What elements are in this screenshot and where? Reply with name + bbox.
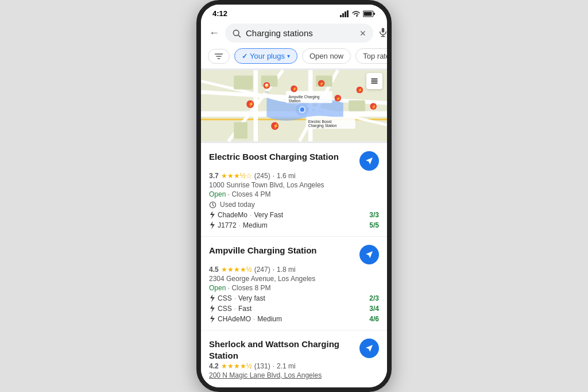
clear-button[interactable]: ✕ bbox=[359, 29, 366, 38]
bolt-icon-3 bbox=[209, 294, 215, 302]
bolt-icon-4 bbox=[209, 305, 215, 313]
svg-rect-1 bbox=[342, 13, 344, 17]
distance-sherlock: 2.1 mi bbox=[277, 362, 296, 370]
charger-avail-css1: 2/3 bbox=[369, 294, 379, 302]
filter-label-open-now: Open now bbox=[310, 52, 343, 60]
bolt-icon-2 bbox=[209, 221, 215, 229]
svg-text:Charging Station: Charging Station bbox=[308, 124, 337, 128]
signal-icon bbox=[340, 10, 349, 17]
map-svg: Ampville Charging Station Electric Boost… bbox=[201, 68, 387, 143]
svg-rect-2 bbox=[345, 11, 346, 17]
svg-rect-27 bbox=[234, 122, 247, 139]
stars-sherlock: ★★★★½ bbox=[221, 362, 252, 370]
svg-text:⚡: ⚡ bbox=[248, 101, 254, 107]
filter-settings-button[interactable] bbox=[208, 49, 230, 64]
distance-value: 1.6 mi bbox=[277, 172, 296, 180]
review-count-ampville: (247) bbox=[254, 266, 270, 274]
wifi-icon bbox=[351, 10, 361, 17]
svg-line-8 bbox=[238, 34, 241, 37]
result-title-ampville: Ampville Charging Station bbox=[209, 245, 359, 256]
result-title-sherlock: Sherlock and Wattson Charging Station bbox=[209, 339, 359, 361]
rating-value-sherlock: 4.2 bbox=[209, 362, 219, 370]
map-area[interactable]: Ampville Charging Station Electric Boost… bbox=[201, 68, 387, 143]
svg-text:⚡: ⚡ bbox=[336, 96, 341, 101]
svg-text:Station: Station bbox=[288, 99, 300, 103]
filter-label-your-plugs: Your plugs bbox=[250, 52, 285, 60]
used-today-label: Used today bbox=[220, 201, 255, 209]
directions-button-sherlock[interactable] bbox=[359, 339, 379, 358]
directions-icon-3 bbox=[365, 344, 374, 353]
svg-point-35 bbox=[265, 91, 269, 93]
filter-chip-your-plugs[interactable]: ✓ Your plugs ▾ bbox=[234, 48, 297, 64]
result-card-header-ampville: Ampville Charging Station bbox=[209, 245, 379, 264]
address-sherlock: 200 N Magic Lane Blvd, Los Angeles bbox=[209, 371, 379, 379]
charger-row-j1772: J1772 · Medium 5/5 bbox=[209, 221, 379, 229]
address-electric-boost: 1000 Sunrise Town Blvd, Los Angeles bbox=[209, 181, 379, 189]
charger-type-2: J1772 bbox=[218, 221, 237, 229]
svg-rect-9 bbox=[382, 28, 385, 32]
svg-text:⚡: ⚡ bbox=[372, 104, 377, 109]
address-ampville: 2304 George Avenue, Los Angeles bbox=[209, 275, 379, 283]
charger-speed-chademo2: Medium bbox=[257, 315, 282, 323]
svg-line-52 bbox=[213, 205, 214, 206]
directions-icon-2 bbox=[365, 250, 374, 259]
open-status-electric-boost: Open · Closes 4 PM bbox=[209, 190, 379, 198]
layers-icon bbox=[370, 76, 379, 86]
time-display: 4:12 bbox=[212, 9, 227, 18]
distance-ampville: 1.8 mi bbox=[277, 266, 296, 274]
charger-speed-css2: Fast bbox=[238, 305, 252, 313]
result-card-electric-boost[interactable]: Electric Boost Charging Station 3.7 ★★★½… bbox=[201, 143, 387, 237]
charger-speed-css1: Very fast bbox=[238, 294, 265, 302]
svg-text:⚡: ⚡ bbox=[319, 81, 324, 86]
stars-ampville: ★★★★½ bbox=[221, 266, 252, 274]
charger-type-css2: CSS bbox=[218, 305, 232, 313]
used-today-row: Used today bbox=[209, 201, 379, 209]
search-bar-row: ← Charging stations ✕ bbox=[201, 20, 387, 46]
mic-button[interactable] bbox=[378, 27, 388, 40]
result-card-header: Electric Boost Charging Station bbox=[209, 151, 379, 171]
rating-row-ampville: 4.5 ★★★★½ (247) · 1.8 mi bbox=[209, 266, 379, 274]
charger-speed-2: Medium bbox=[243, 221, 268, 229]
charger-type-chademo2: CHAdeMO bbox=[218, 315, 251, 323]
filter-chip-top-rated[interactable]: Top rated bbox=[355, 48, 387, 64]
search-input[interactable]: Charging stations bbox=[246, 28, 355, 38]
bolt-icon bbox=[209, 211, 215, 219]
svg-rect-47 bbox=[371, 78, 377, 79]
result-card-sherlock[interactable]: Sherlock and Wattson Charging Station 4.… bbox=[201, 330, 387, 387]
dropdown-icon: ▾ bbox=[287, 53, 290, 59]
charger-availability: 3/3 bbox=[369, 211, 379, 219]
svg-rect-6 bbox=[364, 11, 372, 16]
back-button[interactable]: ← bbox=[208, 27, 220, 39]
distance: · bbox=[273, 172, 274, 180]
checkmark-icon: ✓ bbox=[242, 52, 247, 60]
result-card-ampville[interactable]: Ampville Charging Station 4.5 ★★★★½ (247… bbox=[201, 237, 387, 330]
status-icons bbox=[340, 10, 376, 17]
charger-speed: Very Fast bbox=[254, 211, 283, 219]
result-title-electric-boost: Electric Boost Charging Station bbox=[209, 151, 359, 163]
review-count: (245) bbox=[254, 172, 270, 180]
filter-label-top-rated: Top rated bbox=[363, 52, 387, 60]
clock-icon bbox=[209, 201, 216, 209]
svg-text:⚡: ⚡ bbox=[292, 86, 297, 91]
svg-rect-28 bbox=[349, 100, 365, 111]
review-count-sherlock: (131) bbox=[254, 362, 270, 370]
svg-rect-5 bbox=[374, 13, 376, 15]
svg-rect-49 bbox=[371, 82, 377, 83]
search-bar[interactable]: Charging stations ✕ bbox=[225, 24, 373, 43]
svg-rect-24 bbox=[234, 76, 253, 90]
search-icon bbox=[232, 29, 241, 38]
svg-rect-48 bbox=[371, 80, 377, 82]
charger-row-chademo: ChadeMo · Very Fast 3/3 bbox=[209, 211, 379, 219]
results-list: Electric Boost Charging Station 3.7 ★★★½… bbox=[201, 143, 387, 387]
directions-button-electric-boost[interactable] bbox=[359, 151, 379, 171]
mic-icon bbox=[378, 27, 388, 37]
svg-point-46 bbox=[296, 103, 309, 116]
svg-text:⚡: ⚡ bbox=[358, 87, 363, 93]
rating-value-ampville: 4.5 bbox=[209, 266, 219, 274]
charger-row-css1: CSS · Very fast 2/3 bbox=[209, 294, 379, 302]
open-status-ampville: Open · Closes 8 PM bbox=[209, 284, 379, 292]
directions-button-ampville[interactable] bbox=[359, 245, 379, 264]
charger-avail-css2: 3/4 bbox=[369, 305, 379, 313]
layers-button[interactable] bbox=[366, 73, 382, 89]
filter-chip-open-now[interactable]: Open now bbox=[302, 48, 351, 64]
